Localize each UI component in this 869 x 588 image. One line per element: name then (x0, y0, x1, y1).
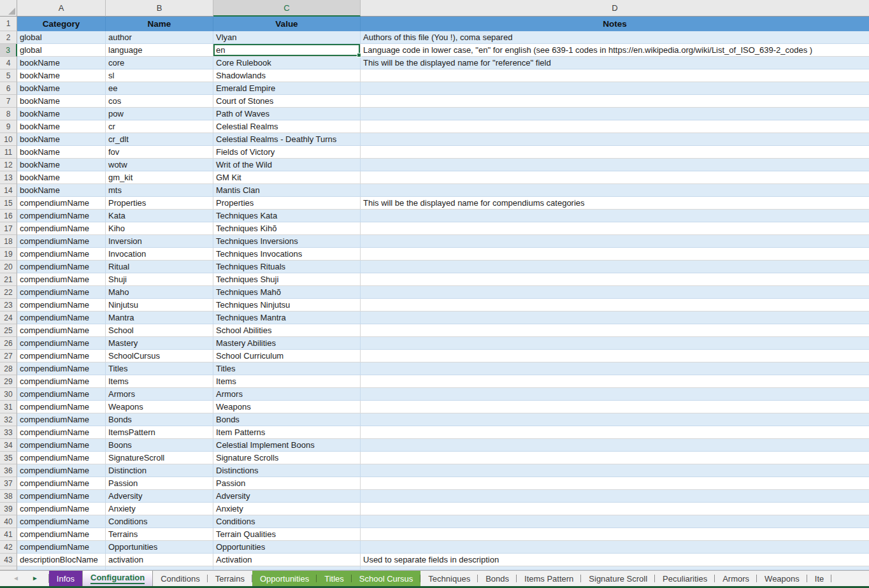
cell-category-row14[interactable]: bookName (17, 184, 106, 197)
row-header-13[interactable]: 13 (0, 171, 17, 184)
cell-notes-row5[interactable] (361, 69, 869, 82)
column-header-B[interactable]: B (106, 0, 213, 17)
cell-category-row8[interactable]: bookName (17, 108, 106, 120)
cell-name-row10[interactable]: cr_dlt (106, 133, 213, 146)
column-header-D[interactable]: D (361, 0, 869, 17)
cell-notes-row24[interactable] (361, 312, 869, 324)
cell-category-row11[interactable]: bookName (17, 146, 106, 159)
row-header-22[interactable]: 22 (0, 286, 17, 299)
cell-notes-row27[interactable] (361, 350, 869, 362)
cell-category-row24[interactable]: compendiumName (17, 312, 106, 324)
cell-name-row11[interactable]: fov (106, 146, 213, 159)
row-header-1[interactable]: 1 (0, 17, 17, 31)
cell-name-row32[interactable]: Bonds (106, 413, 213, 426)
cell-notes-row36[interactable] (361, 464, 869, 477)
cell-value-row22[interactable]: Techniques Mahõ (213, 286, 361, 299)
cell-name-row38[interactable]: Adversity (106, 490, 213, 503)
cell-notes-row43[interactable]: Used to separate fields in description (361, 554, 869, 566)
cell-value-row37[interactable]: Passion (213, 477, 361, 490)
cell-value-row32[interactable]: Bonds (213, 413, 361, 426)
cell-category-row16[interactable]: compendiumName (17, 210, 106, 222)
cell-notes-row37[interactable] (361, 477, 869, 490)
cell-value-row42[interactable]: Opportunities (213, 541, 361, 554)
cell-value-row12[interactable]: Writ of the Wild (213, 159, 361, 171)
cell-name-row21[interactable]: Shuji (106, 273, 213, 286)
cell-name-row15[interactable]: Properties (106, 197, 213, 210)
cell-notes-row28[interactable] (361, 362, 869, 375)
cell-category-row21[interactable]: compendiumName (17, 273, 106, 286)
cell-category-row40[interactable]: compendiumName (17, 515, 106, 528)
cell-category-row41[interactable]: compendiumName (17, 528, 106, 541)
row-header-40[interactable]: 40 (0, 515, 17, 528)
select-all-button[interactable] (0, 0, 17, 17)
row-header-23[interactable]: 23 (0, 299, 17, 312)
row-header-29[interactable]: 29 (0, 375, 17, 388)
cell-category-row34[interactable]: compendiumName (17, 439, 106, 452)
cell-name-row7[interactable]: cos (106, 95, 213, 108)
cell-notes-row4[interactable]: This will be the displayed name for "ref… (361, 57, 869, 69)
row-header-35[interactable]: 35 (0, 452, 17, 464)
sheet-tab-infos[interactable]: Infos (49, 571, 82, 586)
cell-value-row25[interactable]: School Abilities (213, 324, 361, 337)
cell-notes-row12[interactable] (361, 159, 869, 171)
cell-value-row26[interactable]: Mastery Abilities (213, 337, 361, 350)
sheet-tab-opportunities[interactable]: Opportunities (252, 571, 317, 586)
row-header-10[interactable]: 10 (0, 133, 17, 146)
sheet-tab-peculiarities[interactable]: Peculiarities (655, 571, 715, 586)
cell-name-row19[interactable]: Invocation (106, 248, 213, 261)
cell-name-row40[interactable]: Conditions (106, 515, 213, 528)
cell-name-row23[interactable]: Ninjutsu (106, 299, 213, 312)
cell-value-row8[interactable]: Path of Waves (213, 108, 361, 120)
cell-value-row2[interactable]: Vlyan (213, 31, 361, 44)
cell-notes-row11[interactable] (361, 146, 869, 159)
cell-name-row29[interactable]: Items (106, 375, 213, 388)
sheet-nav-right-icon[interactable]: ► (32, 575, 38, 582)
cell-notes-row10[interactable] (361, 133, 869, 146)
cell-name-row33[interactable]: ItemsPattern (106, 426, 213, 439)
sheet-tab-techniques[interactable]: Techniques (420, 571, 478, 586)
cell-category-row42[interactable]: compendiumName (17, 541, 106, 554)
cell-notes-row35[interactable] (361, 452, 869, 464)
cell-value-row33[interactable]: Item Patterns (213, 426, 361, 439)
cell-notes-row6[interactable] (361, 82, 869, 95)
cell-category-row31[interactable]: compendiumName (17, 401, 106, 413)
row-header-24[interactable]: 24 (0, 312, 17, 324)
cell-notes-row9[interactable] (361, 120, 869, 133)
sheet-tab-conditions[interactable]: Conditions (153, 571, 207, 586)
cell-value-row14[interactable]: Mantis Clan (213, 184, 361, 197)
row-header-4[interactable]: 4 (0, 57, 17, 69)
cell-notes-row33[interactable] (361, 426, 869, 439)
cell-name-row18[interactable]: Inversion (106, 235, 213, 248)
cell-value-row40[interactable]: Conditions (213, 515, 361, 528)
cell-value-row15[interactable]: Properties (213, 197, 361, 210)
cell-notes-row34[interactable] (361, 439, 869, 452)
cell-value-row34[interactable]: Celestial Implement Boons (213, 439, 361, 452)
cell-notes-row14[interactable] (361, 184, 869, 197)
cell-name-row24[interactable]: Mantra (106, 312, 213, 324)
cell-name-row31[interactable]: Weapons (106, 401, 213, 413)
cell-category-row19[interactable]: compendiumName (17, 248, 106, 261)
row-header-21[interactable]: 21 (0, 273, 17, 286)
cell-notes-row3[interactable]: Language code in lower case, "en" for en… (361, 44, 869, 57)
sheet-tab-school-cursus[interactable]: School Cursus (352, 571, 421, 586)
row-header-20[interactable]: 20 (0, 261, 17, 273)
sheet-tab-terrains[interactable]: Terrains (208, 571, 252, 586)
cell-name-row5[interactable]: sl (106, 69, 213, 82)
cell-notes-row13[interactable] (361, 171, 869, 184)
cell-value-row39[interactable]: Anxiety (213, 503, 361, 515)
cell-category-row18[interactable]: compendiumName (17, 235, 106, 248)
cell-notes-row30[interactable] (361, 388, 869, 401)
cell-category-row39[interactable]: compendiumName (17, 503, 106, 515)
cell-category-row20[interactable]: compendiumName (17, 261, 106, 273)
cell-category-row25[interactable]: compendiumName (17, 324, 106, 337)
cell-name-row17[interactable]: Kiho (106, 222, 213, 235)
row-header-9[interactable]: 9 (0, 120, 17, 133)
cell-name-row37[interactable]: Passion (106, 477, 213, 490)
row-header-30[interactable]: 30 (0, 388, 17, 401)
cell-name-row12[interactable]: wotw (106, 159, 213, 171)
cell-value-row21[interactable]: Techniques Shuji (213, 273, 361, 286)
cell-name-row36[interactable]: Distinction (106, 464, 213, 477)
cell-category-row43[interactable]: descriptionBlocName (17, 554, 106, 566)
cell-notes-row22[interactable] (361, 286, 869, 299)
cell-category-row7[interactable]: bookName (17, 95, 106, 108)
